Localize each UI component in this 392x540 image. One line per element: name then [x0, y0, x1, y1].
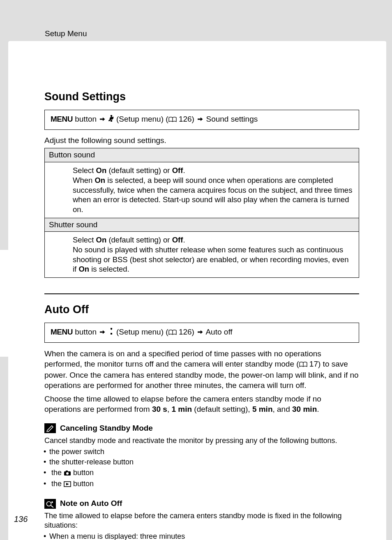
- options-table: Button sound Select On (default setting)…: [44, 148, 359, 277]
- menu-button-label: MENU: [51, 328, 73, 336]
- page-number: 136: [14, 514, 28, 524]
- arrow-right-icon: [99, 115, 105, 125]
- subheading-label: Note on Auto Off: [60, 498, 122, 509]
- text: button: [73, 328, 99, 336]
- menu-button-label: MENU: [51, 115, 73, 123]
- heading-auto-off: Auto Off: [44, 302, 359, 317]
- arrow-right-icon: [99, 328, 105, 338]
- text-bold: On: [96, 235, 107, 244]
- note-intro: The time allowed to elapse before the ca…: [44, 511, 359, 530]
- camera-icon: [64, 469, 71, 478]
- text: Select: [73, 166, 96, 175]
- content: Sound Settings MENU button (Setup menu) …: [44, 90, 359, 540]
- note-list: When a menu is displayed: three minutes …: [44, 532, 359, 540]
- text: When the camera is on and a specified pe…: [44, 349, 321, 368]
- list-item: When a menu is displayed: three minutes: [49, 532, 359, 540]
- page-ref: 126): [177, 328, 197, 336]
- text: (Setup menu) (: [114, 328, 168, 336]
- text-bold: Off: [172, 235, 183, 244]
- cancel-list: the power switch the shutter-release but…: [44, 447, 359, 490]
- intro-text: Adjust the following sound settings.: [44, 136, 359, 146]
- pencil-note-icon: [44, 423, 56, 433]
- arrow-right-icon: [197, 115, 203, 125]
- text-bold: On: [95, 176, 105, 185]
- text: (Setup menu) (: [114, 115, 168, 123]
- text: ,: [167, 405, 172, 413]
- text: .: [317, 405, 319, 413]
- text: is selected, a beep will sound once when…: [73, 176, 352, 214]
- path-target: Sound settings: [204, 115, 258, 123]
- text: Select: [73, 235, 96, 244]
- text: .: [183, 166, 185, 175]
- book-icon: [168, 115, 177, 125]
- menu-path-auto-off: MENU button (Setup menu) ( 126) Auto off: [44, 323, 359, 343]
- text-bold: Off: [172, 166, 183, 175]
- list-item: the shutter-release button: [49, 457, 359, 467]
- text: the: [51, 468, 64, 477]
- text-bold: 5 min: [252, 405, 273, 413]
- text: (default setting) or: [106, 235, 172, 244]
- running-head: Setup Menu: [45, 29, 87, 39]
- wrench-icon: [108, 115, 114, 123]
- list-item: the button: [49, 468, 359, 478]
- text: button: [71, 468, 94, 477]
- side-tab: [0, 250, 8, 357]
- text: When: [73, 176, 95, 185]
- info-note-icon: [44, 499, 56, 509]
- playback-icon: [64, 480, 71, 489]
- text-bold: 30 s: [152, 405, 167, 413]
- svg-point-8: [51, 501, 53, 503]
- paragraph: Choose the time allowed to elapse before…: [44, 394, 359, 414]
- svg-point-7: [47, 501, 51, 506]
- text: (default setting),: [192, 405, 252, 413]
- text-bold: 1 min: [171, 405, 192, 413]
- list-item: the power switch: [49, 447, 359, 457]
- text: button: [73, 115, 99, 123]
- text: button: [71, 480, 94, 488]
- paragraph: When the camera is on and a specified pe…: [44, 348, 359, 390]
- text: the: [51, 480, 64, 488]
- subheading-note-auto-off: Note on Auto Off: [44, 498, 359, 509]
- row-header-button-sound: Button sound: [45, 148, 359, 162]
- row-body-button-sound: Select On (default setting) or Off. When…: [45, 162, 359, 218]
- text: is selected.: [89, 265, 129, 273]
- page-ref: 126): [177, 115, 197, 123]
- arrow-right-icon: [197, 328, 203, 338]
- paper-area: Sound Settings MENU button (Setup menu) …: [8, 41, 386, 540]
- text-bold: On: [96, 166, 107, 175]
- subheading-label: Canceling Standby Mode: [60, 423, 153, 434]
- wrench-icon: [108, 328, 114, 336]
- text: .: [183, 235, 185, 244]
- section-divider: [44, 293, 359, 294]
- list-item: the button: [49, 479, 359, 489]
- text-bold: 30 min: [292, 405, 317, 413]
- text: (default setting) or: [106, 166, 172, 175]
- page: Setup Menu Basic Camera Setup Sound Sett…: [0, 0, 392, 540]
- heading-sound-settings: Sound Settings: [44, 90, 359, 104]
- book-icon: [299, 360, 307, 370]
- book-icon: [168, 328, 177, 338]
- text-bold: On: [78, 265, 89, 273]
- svg-rect-4: [66, 471, 68, 472]
- text: , and: [273, 405, 293, 413]
- subheading-cancel-standby: Canceling Standby Mode: [44, 423, 359, 434]
- path-target: Auto off: [204, 328, 232, 336]
- menu-path-sound: MENU button (Setup menu) ( 126) Sound se…: [44, 110, 359, 130]
- svg-point-5: [66, 472, 69, 475]
- row-body-shutter-sound: Select On (default setting) or Off. No s…: [45, 232, 359, 278]
- cancel-intro: Cancel standby mode and reactivate the m…: [44, 436, 359, 445]
- row-header-shutter-sound: Shutter sound: [45, 218, 359, 232]
